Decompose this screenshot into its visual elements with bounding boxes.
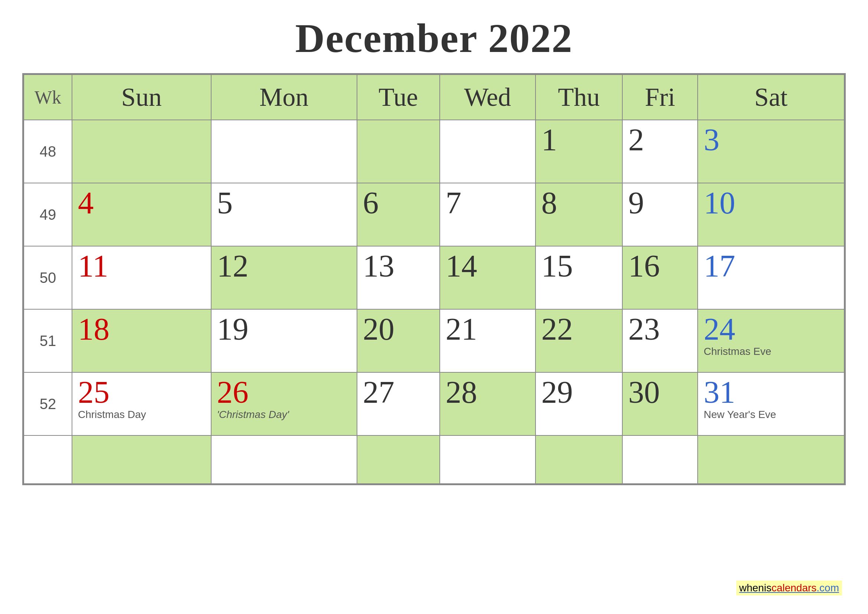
wk-header: Wk: [24, 74, 72, 120]
day-cell-1-5: 9: [622, 183, 698, 246]
day-cell-3-2: 20: [357, 309, 440, 372]
calendar-row: [24, 436, 844, 484]
day-cell-5-5: [622, 436, 698, 484]
day-number-4-4: 29: [541, 375, 573, 409]
wk-2: 50: [24, 246, 72, 309]
day-number-4-2: 27: [363, 375, 394, 409]
header-row: Wk Sun Mon Tue Wed Thu Fri Sat: [24, 74, 844, 120]
day-number-1-1: 5: [217, 185, 233, 220]
wk-4: 52: [24, 372, 72, 436]
day-number-0-6: 3: [704, 122, 719, 157]
day-cell-1-3: 7: [440, 183, 535, 246]
day-cell-3-6: 24Christmas Eve: [698, 309, 844, 372]
day-cell-5-3: [440, 436, 535, 484]
day-cell-1-6: 10: [698, 183, 844, 246]
day-number-1-4: 8: [541, 185, 557, 220]
day-number-2-1: 12: [217, 248, 249, 283]
header-fri: Fri: [622, 74, 698, 120]
day-cell-3-4: 22: [535, 309, 622, 372]
watermark-link[interactable]: wheniscalendars.com: [739, 582, 839, 594]
wk-1: 49: [24, 183, 72, 246]
day-cell-2-0: 11: [72, 246, 211, 309]
watermark-cals: calendars: [772, 582, 817, 594]
day-number-1-6: 10: [704, 185, 735, 220]
calendar: Wk Sun Mon Tue Wed Thu Fri Sat 481234945…: [22, 73, 846, 485]
day-number-2-3: 14: [446, 248, 477, 283]
day-cell-1-4: 8: [535, 183, 622, 246]
day-cell-3-3: 21: [440, 309, 535, 372]
header-sat: Sat: [698, 74, 844, 120]
wk-0: 48: [24, 120, 72, 183]
day-cell-2-6: 17: [698, 246, 844, 309]
wk-5: [24, 436, 72, 484]
day-number-2-6: 17: [704, 248, 735, 283]
day-number-4-1: 26: [217, 375, 249, 409]
day-cell-4-5: 30: [622, 372, 698, 436]
day-cell-4-1: 26'Christmas Day': [211, 372, 357, 436]
day-number-3-2: 20: [363, 312, 394, 346]
day-cell-2-4: 15: [535, 246, 622, 309]
day-cell-4-6: 31New Year's Eve: [698, 372, 844, 436]
day-cell-1-1: 5: [211, 183, 357, 246]
day-number-0-4: 1: [541, 122, 557, 157]
holiday-label-4-1: 'Christmas Day': [217, 409, 351, 420]
day-number-3-6: 24: [704, 312, 735, 346]
day-cell-4-2: 27: [357, 372, 440, 436]
day-cell-0-4: 1: [535, 120, 622, 183]
day-cell-0-5: 2: [622, 120, 698, 183]
day-number-1-0: 4: [78, 185, 94, 220]
day-cell-2-1: 12: [211, 246, 357, 309]
day-cell-0-1: [211, 120, 357, 183]
day-number-2-5: 16: [628, 248, 660, 283]
day-number-3-0: 18: [78, 312, 110, 346]
day-number-1-3: 7: [446, 185, 462, 220]
day-cell-2-5: 16: [622, 246, 698, 309]
watermark-tld: .com: [817, 582, 839, 594]
day-number-1-2: 6: [363, 185, 379, 220]
watermark[interactable]: wheniscalendars.com: [736, 581, 842, 595]
day-cell-4-0: 25Christmas Day: [72, 372, 211, 436]
watermark-when: whenis: [739, 582, 772, 594]
calendar-row: 5011121314151617: [24, 246, 844, 309]
day-cell-0-3: [440, 120, 535, 183]
calendar-row: 5118192021222324Christmas Eve: [24, 309, 844, 372]
day-cell-3-0: 18: [72, 309, 211, 372]
day-number-2-2: 13: [363, 248, 394, 283]
day-cell-0-2: [357, 120, 440, 183]
day-cell-5-4: [535, 436, 622, 484]
day-cell-3-1: 19: [211, 309, 357, 372]
day-number-3-1: 19: [217, 312, 249, 346]
day-cell-5-0: [72, 436, 211, 484]
header-wed: Wed: [440, 74, 535, 120]
day-number-2-4: 15: [541, 248, 573, 283]
calendar-row: 5225Christmas Day26'Christmas Day'272829…: [24, 372, 844, 436]
holiday-label-4-6: New Year's Eve: [704, 409, 838, 420]
day-cell-5-6: [698, 436, 844, 484]
holiday-label-4-0: Christmas Day: [78, 409, 205, 420]
wk-3: 51: [24, 309, 72, 372]
day-number-2-0: 11: [78, 248, 108, 283]
day-cell-0-0: [72, 120, 211, 183]
calendar-row: 4945678910: [24, 183, 844, 246]
calendar-row: 48123: [24, 120, 844, 183]
day-number-3-3: 21: [446, 312, 477, 346]
day-number-0-5: 2: [628, 122, 644, 157]
day-number-3-5: 23: [628, 312, 660, 346]
day-number-1-5: 9: [628, 185, 644, 220]
day-number-4-6: 31: [704, 375, 735, 409]
day-number-4-3: 28: [446, 375, 477, 409]
header-tue: Tue: [357, 74, 440, 120]
day-cell-2-3: 14: [440, 246, 535, 309]
page-title: December 2022: [295, 15, 573, 62]
day-number-4-5: 30: [628, 375, 660, 409]
header-sun: Sun: [72, 74, 211, 120]
header-mon: Mon: [211, 74, 357, 120]
day-cell-4-3: 28: [440, 372, 535, 436]
day-cell-3-5: 23: [622, 309, 698, 372]
day-cell-5-2: [357, 436, 440, 484]
day-cell-1-2: 6: [357, 183, 440, 246]
day-number-4-0: 25: [78, 375, 110, 409]
header-thu: Thu: [535, 74, 622, 120]
day-cell-4-4: 29: [535, 372, 622, 436]
day-cell-1-0: 4: [72, 183, 211, 246]
